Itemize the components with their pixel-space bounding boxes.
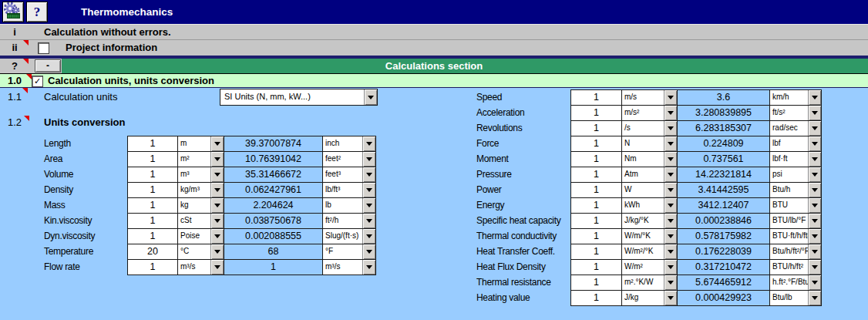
- output-value-field: 0.176228039: [677, 244, 770, 260]
- input-value-field[interactable]: 1: [570, 290, 622, 306]
- output-value-field: 0.224809: [677, 136, 770, 152]
- input-unit-value: /s: [622, 121, 664, 136]
- input-unit-select[interactable]: W: [621, 182, 678, 198]
- unit-conversion-row: Pressure 1 Atm 14.22321814 psi: [0, 167, 868, 182]
- dropdown-arrow-icon[interactable]: [664, 275, 677, 290]
- quantity-label: Specific heat capacity: [476, 213, 570, 228]
- project-info-label: Project information: [66, 40, 157, 55]
- dropdown-arrow-icon[interactable]: [664, 260, 677, 275]
- dropdown-arrow-icon[interactable]: [808, 275, 821, 290]
- input-unit-select[interactable]: J/kg: [621, 290, 678, 306]
- input-unit-value: J/kg/°K: [622, 214, 664, 228]
- unit-conversion-row: Revolutions 1 /s 6.283185307 rad/sec: [0, 120, 868, 136]
- input-unit-select[interactable]: m/s: [621, 89, 678, 106]
- input-value-field[interactable]: 1: [570, 89, 622, 106]
- input-unit-select[interactable]: m/s²: [621, 105, 678, 121]
- dropdown-arrow-icon[interactable]: [664, 214, 677, 228]
- input-unit-select[interactable]: kWh: [621, 197, 678, 214]
- input-unit-select[interactable]: N: [621, 136, 678, 152]
- output-unit-select[interactable]: h.ft².°F/Btu: [769, 275, 822, 291]
- dropdown-arrow-icon[interactable]: [808, 121, 821, 136]
- units-section-label: Calculation units, units conversion: [48, 74, 214, 87]
- output-unit-select[interactable]: km/h: [769, 89, 822, 106]
- dropdown-arrow-icon[interactable]: [664, 244, 677, 259]
- dropdown-arrow-icon[interactable]: [664, 198, 677, 213]
- input-value-field[interactable]: 1: [570, 105, 622, 121]
- dropdown-arrow-icon[interactable]: [808, 260, 821, 275]
- input-value-field[interactable]: 1: [570, 136, 622, 152]
- output-unit-select[interactable]: BTU/lb/°F: [769, 213, 822, 229]
- dropdown-arrow-icon[interactable]: [808, 106, 821, 120]
- output-unit-value: BTU/h/ft²: [770, 260, 808, 275]
- input-unit-value: Nm: [622, 152, 664, 167]
- help-button[interactable]: ?: [26, 2, 48, 22]
- output-unit-select[interactable]: BTU: [769, 197, 822, 214]
- dropdown-arrow-icon[interactable]: [808, 136, 821, 151]
- output-unit-select[interactable]: Btu/h: [769, 182, 822, 198]
- dropdown-arrow-icon[interactable]: [808, 152, 821, 167]
- input-unit-value: m².°K/W: [622, 275, 664, 290]
- dropdown-arrow-icon[interactable]: [808, 90, 821, 105]
- dropdown-arrow-icon[interactable]: [664, 90, 677, 105]
- dropdown-arrow-icon[interactable]: [808, 214, 821, 228]
- input-value-field[interactable]: 1: [570, 151, 622, 167]
- dropdown-arrow-icon[interactable]: [664, 136, 677, 151]
- input-unit-select[interactable]: m².°K/W: [621, 275, 678, 291]
- input-unit-select[interactable]: J/kg/°K: [621, 213, 678, 229]
- project-info-checkbox[interactable]: [38, 42, 49, 54]
- output-unit-select[interactable]: lbf·ft: [769, 151, 822, 167]
- dropdown-arrow-icon[interactable]: [664, 106, 677, 120]
- input-value-field[interactable]: 1: [570, 228, 622, 244]
- quantity-label: Pressure: [476, 167, 570, 182]
- units-section-checkbox[interactable]: ✓: [32, 76, 43, 87]
- output-unit-value: Btu/h/ft²/°F: [770, 244, 808, 259]
- output-unit-select[interactable]: Btu/h/ft²/°F: [769, 244, 822, 260]
- input-unit-value: W/m²: [622, 260, 664, 275]
- output-unit-value: rad/sec: [770, 121, 808, 136]
- output-unit-select[interactable]: BTU·ft/h/ft²/°F: [769, 228, 822, 244]
- output-unit-select[interactable]: lbf: [769, 136, 822, 152]
- input-value-field[interactable]: 1: [570, 244, 622, 260]
- input-unit-select[interactable]: Atm: [621, 167, 678, 183]
- dropdown-arrow-icon[interactable]: [808, 198, 821, 213]
- output-unit-select[interactable]: ft/s²: [769, 105, 822, 121]
- dropdown-arrow-icon[interactable]: [808, 244, 821, 259]
- input-unit-select[interactable]: /s: [621, 120, 678, 136]
- input-unit-value: m/s²: [622, 106, 664, 120]
- output-unit-select[interactable]: Btu/lb: [769, 290, 822, 306]
- input-value-field[interactable]: 1: [570, 167, 622, 183]
- mitcalc-logo-button[interactable]: [2, 2, 24, 22]
- output-unit-select[interactable]: rad/sec: [769, 120, 822, 136]
- input-unit-value: W/m/°K: [622, 229, 664, 244]
- input-value-field[interactable]: 1: [570, 259, 622, 275]
- quantity-label: Thermal conductivity: [476, 228, 570, 244]
- dropdown-arrow-icon[interactable]: [664, 152, 677, 167]
- dropdown-arrow-icon[interactable]: [664, 167, 677, 182]
- output-value-field: 5.674465912: [677, 275, 770, 291]
- input-value-field[interactable]: 1: [570, 120, 622, 136]
- dropdown-arrow-icon[interactable]: [664, 229, 677, 244]
- output-unit-select[interactable]: psi: [769, 167, 822, 183]
- dropdown-arrow-icon[interactable]: [664, 291, 677, 305]
- input-unit-value: kWh: [622, 198, 664, 213]
- input-value-field[interactable]: 1: [570, 213, 622, 229]
- output-unit-select[interactable]: BTU/h/ft²: [769, 259, 822, 275]
- input-unit-select[interactable]: Nm: [621, 151, 678, 167]
- output-value-field: 0.000429923: [677, 290, 770, 306]
- comment-marker-icon: [26, 74, 32, 79]
- dropdown-arrow-icon[interactable]: [664, 183, 677, 197]
- quantity-label: Acceleration: [476, 105, 570, 120]
- dropdown-arrow-icon[interactable]: [664, 121, 677, 136]
- input-unit-select[interactable]: W/m²/°K: [621, 244, 678, 260]
- dropdown-arrow-icon[interactable]: [808, 167, 821, 182]
- input-value-field[interactable]: 1: [570, 182, 622, 198]
- input-unit-select[interactable]: W/m²: [621, 259, 678, 275]
- output-unit-value: ft/s²: [770, 106, 808, 120]
- input-unit-value: W: [622, 183, 664, 197]
- input-unit-select[interactable]: W/m/°K: [621, 228, 678, 244]
- dropdown-arrow-icon[interactable]: [808, 229, 821, 244]
- input-value-field[interactable]: 1: [570, 197, 622, 214]
- input-value-field[interactable]: 1: [570, 275, 622, 291]
- dropdown-arrow-icon[interactable]: [808, 291, 821, 305]
- dropdown-arrow-icon[interactable]: [808, 183, 821, 197]
